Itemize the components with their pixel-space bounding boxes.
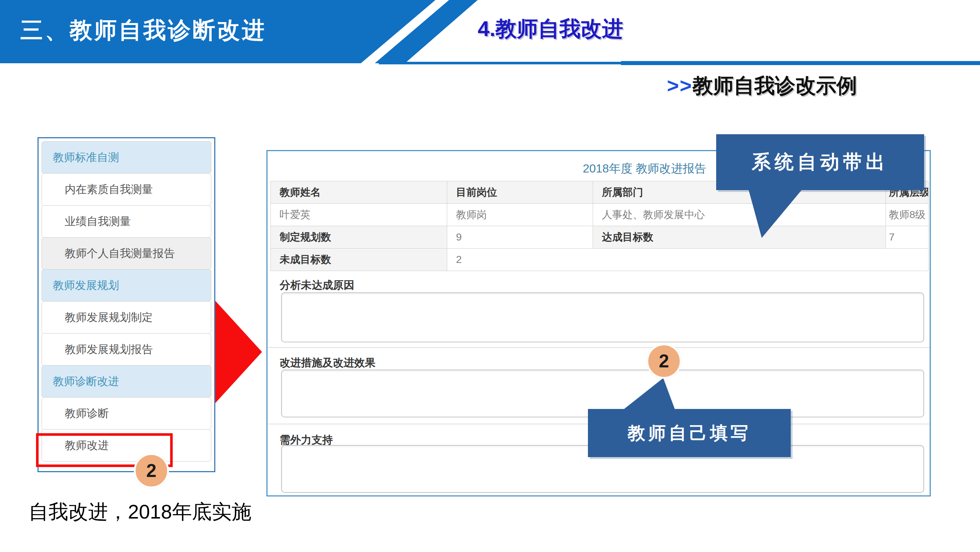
sidebar-item-plan-report[interactable]: 教师发展规划报告 <box>41 333 211 365</box>
callout-system-auto: 系统自动带出 <box>716 134 924 190</box>
sidebar-item-plan-create[interactable]: 教师发展规划制定 <box>41 301 211 333</box>
chevron-right-icon: >> <box>667 74 692 97</box>
section-divider <box>267 347 930 348</box>
label-goals-met: 达成目标数 <box>593 226 886 249</box>
label-goals-unmet: 未成目标数 <box>271 249 447 271</box>
value-department: 人事处、教师发展中心 <box>593 204 886 226</box>
slide: 三、教师自我诊断改进 4.教师自我改进 >>教师自我诊改示例 教师标准自测 内在… <box>0 0 980 552</box>
sidebar-item-personal-report[interactable]: 教师个人自我测量报告 <box>41 237 211 270</box>
step-badge-sidebar: 2 <box>134 453 169 488</box>
title-underline-thick <box>621 61 980 65</box>
table-stat-row-1: 制定规划数 9 达成目标数 7 <box>271 226 929 249</box>
value-plans-made: 9 <box>447 226 593 249</box>
sidebar-menu: 教师标准自测 内在素质自我测量 业绩自我测量 教师个人自我测量报告 教师发展规划… <box>38 137 215 472</box>
value-level: 教师8级 <box>886 204 929 226</box>
header-current-post: 目前岗位 <box>447 181 593 204</box>
header-teacher-name: 教师姓名 <box>271 181 447 204</box>
subtitle-text: 教师自我诊改示例 <box>692 74 857 97</box>
sidebar-item-performance[interactable]: 业绩自我测量 <box>41 205 211 238</box>
subtitle: >>教师自我诊改示例 <box>667 72 857 100</box>
sidebar-group-development-plan[interactable]: 教师发展规划 <box>41 269 211 302</box>
sidebar-group-diagnosis-improve[interactable]: 教师诊断改进 <box>41 365 211 397</box>
value-goals-unmet: 2 <box>447 249 929 271</box>
value-current-post: 教师岗 <box>447 204 593 226</box>
value-teacher-name: 叶爱英 <box>271 204 447 226</box>
red-arrow-icon <box>215 301 262 403</box>
textarea-analysis-reason[interactable] <box>281 292 924 342</box>
banner-title: 三、教师自我诊断改进 <box>20 15 266 46</box>
value-goals-met: 7 <box>886 226 929 249</box>
sidebar-item-diagnosis[interactable]: 教师诊断 <box>41 397 211 429</box>
table-stat-row-2: 未成目标数 2 <box>271 249 929 271</box>
table-value-row: 叶爱英 教师岗 人事处、教师发展中心 教师8级 <box>271 204 929 226</box>
report-info-table: 教师姓名 目前岗位 所属部门 所属层级 叶爱英 教师岗 人事处、教师发展中心 教… <box>270 181 929 271</box>
sidebar-group-self-test[interactable]: 教师标准自测 <box>41 141 211 174</box>
title-underline <box>379 62 627 64</box>
sidebar-item-inner-quality[interactable]: 内在素质自我测量 <box>41 173 211 206</box>
label-analysis-reason: 分析未达成原因 <box>280 278 354 293</box>
label-plans-made: 制定规划数 <box>271 226 447 249</box>
callout-teacher-fill: 教师自己填写 <box>588 409 791 457</box>
label-improve-measures: 改进措施及改进效果 <box>280 356 375 370</box>
slide-caption: 自我改进，2018年底实施 <box>29 499 251 525</box>
step-badge-main: 2 <box>646 343 682 379</box>
section-title: 4.教师自我改进 <box>478 15 623 43</box>
